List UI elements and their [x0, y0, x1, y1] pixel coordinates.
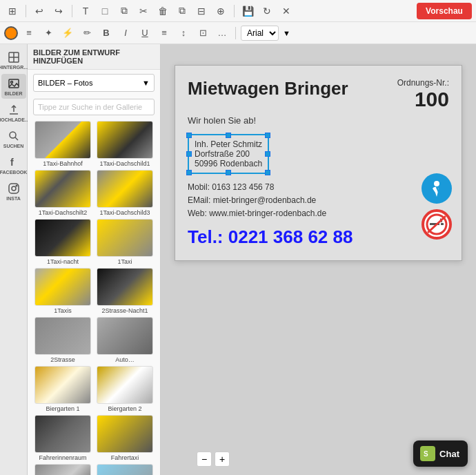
business-card: Mietwagen Bringer Ordnungs-Nr.: 100 Wir …	[175, 65, 462, 261]
underline-button[interactable]: U	[137, 25, 153, 41]
lightning-button[interactable]: ⚡	[59, 25, 76, 41]
close-button[interactable]: ✕	[278, 3, 295, 19]
save-button[interactable]: 💾	[239, 3, 256, 19]
delete-button[interactable]: 🗑	[155, 3, 171, 19]
thumbnail-label: Fahrertaxi	[111, 454, 139, 461]
layers-button[interactable]: ⊕	[212, 3, 229, 19]
list-item[interactable]: Flughafen…	[95, 464, 155, 475]
handle-tl[interactable]	[186, 133, 192, 138]
thumbnail-image	[97, 219, 153, 257]
grid-icon[interactable]: ⊞	[4, 3, 21, 19]
dropdown-arrow-icon: ▼	[142, 79, 150, 87]
list-item[interactable]: 1Taxi-Dachschild1	[95, 121, 155, 167]
thumbnail-image	[34, 268, 91, 306]
handle-tr[interactable]	[265, 133, 270, 138]
sidebar-item-bilder[interactable]: BILDER	[1, 74, 26, 99]
handle-br[interactable]	[265, 170, 270, 175]
nosmoking-icon	[422, 209, 452, 240]
align-button[interactable]: ⊟	[193, 3, 210, 19]
phone-number: Tel.: 0221 368 62 88	[188, 226, 449, 248]
undo-button[interactable]: ↩	[31, 3, 48, 19]
zoom-out-button[interactable]: −	[197, 452, 212, 467]
list-item[interactable]: Fahrertaxi	[95, 415, 155, 461]
list-item[interactable]: 1Taxi	[95, 219, 155, 265]
thumbnail-image	[34, 219, 91, 257]
thumbnail-image	[34, 464, 91, 475]
thumbnail-label: 1Taxi-Bahnhof	[43, 160, 83, 167]
color-picker[interactable]	[4, 26, 18, 40]
font-dropdown-arrow[interactable]: ▼	[283, 29, 290, 37]
category-dropdown[interactable]: BILDER – Fotos ▼	[33, 74, 155, 92]
list-item[interactable]: Biergarten 2	[95, 366, 155, 412]
sidebar-item-insta[interactable]: INSTA	[1, 179, 26, 204]
thumbnail-label: 1Taxi-nacht	[47, 258, 79, 265]
handle-bc[interactable]	[226, 170, 231, 175]
handle-bl[interactable]	[186, 170, 192, 175]
list-item[interactable]: 1Taxis	[33, 268, 92, 314]
thumbnail-image	[97, 317, 153, 355]
sparkle-button[interactable]: ✦	[40, 25, 57, 41]
left-sidebar: HINTERGR… BILDER HOCHLADE… SUCHEN f FACE…	[0, 44, 28, 475]
web-line: Web: www.miet-bringer-rodenbach.de	[188, 207, 449, 220]
shape-button[interactable]: □	[97, 3, 113, 19]
refresh-button[interactable]: ↻	[259, 3, 275, 19]
thumbnail-label: 1Taxi	[117, 258, 132, 265]
bold-button[interactable]: B	[98, 25, 115, 41]
svg-line-7	[15, 137, 18, 140]
sidebar-item-hintergrund[interactable]: HINTERGR…	[1, 48, 26, 72]
image-grid: 1Taxi-Bahnhof1Taxi-Dachschild11Taxi-Dach…	[28, 118, 160, 475]
thumbnail-label: 1Taxi-Dachschild3	[99, 209, 150, 216]
duplicate-button[interactable]: ⧉	[174, 3, 190, 19]
list-item[interactable]: 1Taxi-Bahnhof	[33, 121, 92, 167]
list-item[interactable]: Fahrer FaxPassag…	[33, 464, 92, 475]
thumbnail-image	[97, 121, 153, 159]
chat-label: Chat	[439, 449, 459, 459]
italic-button[interactable]: I	[117, 25, 134, 41]
thumbnail-label: 1Taxi-Dachschilt2	[39, 209, 88, 216]
copy-button[interactable]: ⧉	[116, 3, 132, 19]
redo-button[interactable]: ↪	[50, 3, 67, 19]
search-bar[interactable]: Tippe zur Suche in der Gallerie	[33, 99, 155, 115]
shopify-chat-widget[interactable]: S Chat	[413, 440, 468, 467]
cut-button[interactable]: ✂	[135, 3, 152, 19]
thumbnail-label: Biergarten 2	[108, 405, 141, 412]
thumbnail-image	[97, 464, 153, 475]
thumbnail-image	[34, 121, 91, 159]
list-item[interactable]: 1Taxi-nacht	[33, 219, 92, 265]
sidebar-item-facebook[interactable]: f FACEBOOK	[1, 153, 26, 177]
handle-mr[interactable]	[265, 151, 270, 157]
street: Dorfstraße 200	[195, 149, 262, 159]
company-name: Mietwagen Bringer	[188, 78, 348, 99]
list-item[interactable]: 1Taxi-Dachschilt2	[33, 170, 92, 216]
handle-ml[interactable]	[186, 151, 192, 157]
list-item[interactable]: 1Taxi-Dachschild3	[95, 170, 155, 216]
list-item[interactable]: Biergarten 1	[33, 366, 92, 412]
sidebar-label-insta: INSTA	[6, 196, 20, 201]
handle-tc[interactable]	[226, 133, 231, 138]
contact-box[interactable]: Inh. Peter Schmitz Dorfstraße 200 50996 …	[188, 134, 269, 174]
align-left-button[interactable]: ≡	[21, 25, 37, 41]
thumbnail-image	[97, 366, 153, 404]
text-button[interactable]: T	[77, 3, 94, 19]
sidebar-item-hochlade[interactable]: HOCHLADE…	[1, 100, 26, 125]
list-item[interactable]: Fahrerinnenraum	[33, 415, 92, 461]
panel-header: BILDER ZUM ENTWURF HINZUFÜGEN	[28, 44, 160, 70]
list-item[interactable]: Auto…	[95, 317, 155, 363]
more-button[interactable]: …	[214, 25, 230, 41]
separator-2	[72, 5, 72, 17]
crop-button[interactable]: ⊡	[195, 25, 211, 41]
separator-3	[234, 5, 235, 17]
pencil-button[interactable]: ✏	[79, 25, 95, 41]
main-area: HINTERGR… BILDER HOCHLADE… SUCHEN f FACE…	[0, 44, 476, 475]
search-placeholder: Tippe zur Suche in der Gallerie	[38, 103, 142, 111]
list-item[interactable]: 2Strasse-Nacht1	[95, 268, 155, 314]
list-item[interactable]: 2Strasse	[33, 317, 92, 363]
sidebar-item-suchen[interactable]: SUCHEN	[1, 126, 26, 151]
zoom-in-button[interactable]: +	[215, 452, 230, 467]
format-toolbar: ≡ ✦ ⚡ ✏ B I U ≡ ↕ ⊡ … Arial ▼	[0, 22, 476, 44]
text-height-button[interactable]: ↕	[175, 25, 192, 41]
svg-point-10	[12, 186, 16, 191]
align-center-button[interactable]: ≡	[156, 25, 172, 41]
preview-button[interactable]: Vorschau	[417, 3, 472, 19]
font-selector[interactable]: Arial	[241, 26, 279, 41]
